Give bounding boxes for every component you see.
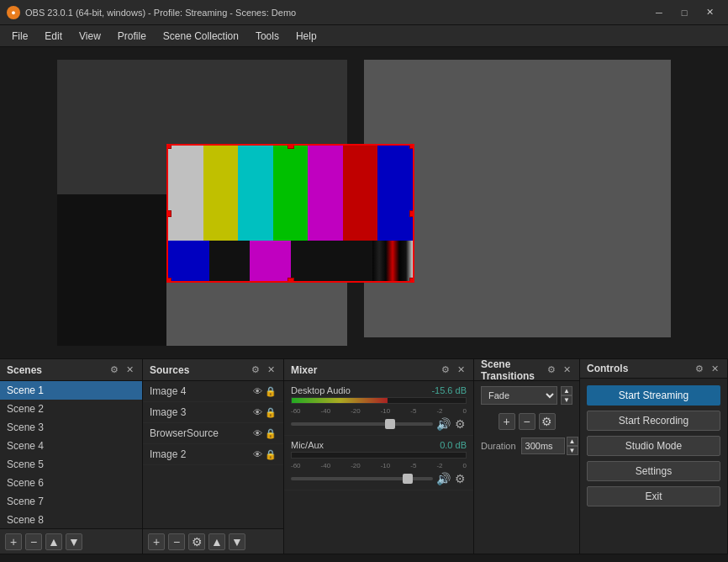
- sources-remove-button[interactable]: −: [168, 533, 185, 550]
- mixer-close-icon[interactable]: ✕: [455, 364, 467, 376]
- menu-help[interactable]: Help: [288, 28, 325, 45]
- controls-close-icon[interactable]: ✕: [709, 363, 720, 374]
- mixer-fader-desktop[interactable]: [291, 422, 433, 426]
- source-item-3[interactable]: BrowserSource 👁 🔒: [143, 423, 283, 444]
- transition-settings-button[interactable]: ⚙: [539, 413, 556, 430]
- resize-handle-tr[interactable]: [409, 144, 414, 149]
- source-item-icons: 👁 🔒: [253, 386, 277, 397]
- source-visibility-icon[interactable]: 👁: [253, 386, 262, 397]
- resize-handle-ml[interactable]: [166, 210, 171, 217]
- scenes-config-icon[interactable]: ⚙: [108, 364, 120, 376]
- sources-panel-icons: ⚙ ✕: [250, 364, 277, 376]
- scenes-add-button[interactable]: +: [5, 533, 22, 550]
- transitions-config-icon[interactable]: ⚙: [546, 364, 557, 376]
- mixer-mute-mic[interactable]: 🔊: [436, 472, 450, 485]
- source-visibility-icon[interactable]: 👁: [253, 407, 262, 418]
- transitions-panel: Scene Transitions ⚙ ✕ Fade Cut Swipe Sli…: [474, 359, 580, 554]
- source-name: Image 4: [150, 385, 186, 397]
- transition-down-arrow[interactable]: ▼: [561, 395, 572, 405]
- scenes-close-icon[interactable]: ✕: [124, 364, 135, 376]
- scene-item-8[interactable]: Scene 8: [0, 511, 142, 528]
- menu-edit[interactable]: Edit: [36, 28, 71, 45]
- controls-panel-icons: ⚙ ✕: [694, 363, 720, 374]
- sources-add-button[interactable]: +: [148, 533, 165, 550]
- resize-handle-br[interactable]: [409, 278, 414, 283]
- source-item-4[interactable]: Image 2 👁 🔒: [143, 444, 283, 465]
- mixer-fader-mic-thumb[interactable]: [403, 474, 413, 484]
- scenes-panel: Scenes ⚙ ✕ Scene 1Scene 2Scene 3Scene 4S…: [0, 359, 143, 554]
- scene-item-3[interactable]: Scene 3: [0, 418, 142, 437]
- cb-green: [273, 146, 309, 241]
- controls-config-icon[interactable]: ⚙: [694, 363, 705, 374]
- source-visibility-icon[interactable]: 👁: [253, 428, 262, 439]
- duration-down-arrow[interactable]: ▼: [567, 446, 578, 455]
- scene-item-1[interactable]: Scene 1: [0, 381, 142, 400]
- maximize-button[interactable]: □: [673, 4, 696, 21]
- scene-item-4[interactable]: Scene 4: [0, 437, 142, 455]
- scenes-footer: + − ▲ ▼: [0, 528, 142, 554]
- menu-scene-collection[interactable]: Scene Collection: [155, 28, 247, 45]
- sources-panel-header: Sources ⚙ ✕: [143, 359, 283, 381]
- scene-item-5[interactable]: Scene 5: [0, 455, 142, 474]
- studio-mode-button[interactable]: Studio Mode: [587, 436, 720, 456]
- scenes-panel-header: Scenes ⚙ ✕: [0, 359, 142, 381]
- sources-config-icon[interactable]: ⚙: [250, 364, 261, 376]
- mixer-config-icon[interactable]: ⚙: [440, 364, 451, 376]
- transition-remove-button[interactable]: −: [519, 413, 535, 430]
- source-lock-icon[interactable]: 🔒: [265, 386, 277, 397]
- close-button[interactable]: ✕: [698, 4, 721, 21]
- source-lock-icon[interactable]: 🔒: [265, 407, 277, 418]
- source-item-1[interactable]: Image 4 👁 🔒: [143, 381, 283, 402]
- color-bars-source[interactable]: [166, 144, 414, 283]
- mixer-settings-mic[interactable]: ⚙: [453, 472, 467, 485]
- sources-footer: + − ⚙ ▲ ▼: [143, 528, 283, 554]
- mixer-settings-desktop[interactable]: ⚙: [453, 417, 467, 431]
- source-lock-icon[interactable]: 🔒: [265, 428, 277, 439]
- mixer-fader-mic[interactable]: [291, 477, 433, 480]
- duration-input[interactable]: [521, 437, 565, 454]
- resize-handle-bc[interactable]: [288, 278, 294, 283]
- cb-b-black3: [331, 241, 372, 281]
- mixer-meter-mic: [291, 452, 467, 459]
- sources-settings-button[interactable]: ⚙: [188, 533, 205, 550]
- source-visibility-icon[interactable]: 👁: [253, 449, 262, 460]
- transition-type-select[interactable]: Fade Cut Swipe Slide: [481, 386, 557, 405]
- menu-file[interactable]: File: [3, 28, 36, 45]
- exit-button[interactable]: Exit: [587, 486, 720, 506]
- scenes-remove-button[interactable]: −: [25, 533, 42, 550]
- duration-up-arrow[interactable]: ▲: [567, 437, 578, 446]
- cb-gray: [168, 146, 203, 241]
- scene-item-6[interactable]: Scene 6: [0, 474, 142, 492]
- sources-close-icon[interactable]: ✕: [265, 364, 277, 376]
- menu-profile[interactable]: Profile: [109, 28, 155, 45]
- source-lock-icon[interactable]: 🔒: [265, 449, 277, 460]
- sources-down-button[interactable]: ▼: [229, 533, 245, 550]
- scene-canvas[interactable]: [57, 60, 671, 346]
- sources-panel: Sources ⚙ ✕ Image 4 👁 🔒 Image 3 👁 🔒 Brow…: [143, 359, 284, 554]
- scenes-panel-title: Scenes: [7, 364, 42, 376]
- mixer-panel-header: Mixer ⚙ ✕: [284, 359, 473, 381]
- menu-view[interactable]: View: [71, 28, 109, 45]
- start-recording-button[interactable]: Start Recording: [587, 411, 720, 431]
- sources-up-button[interactable]: ▲: [208, 533, 225, 550]
- transition-up-arrow[interactable]: ▲: [561, 386, 572, 395]
- scene-item-7[interactable]: Scene 7: [0, 492, 142, 511]
- transitions-close-icon[interactable]: ✕: [561, 364, 572, 376]
- controls-buttons: Start Streaming Start Recording Studio M…: [580, 379, 727, 554]
- resize-handle-bl[interactable]: [166, 278, 171, 283]
- transition-add-button[interactable]: +: [499, 413, 515, 430]
- scene-item-2[interactable]: Scene 2: [0, 400, 142, 418]
- minimize-button[interactable]: ─: [647, 4, 671, 21]
- menu-tools[interactable]: Tools: [247, 28, 288, 45]
- source-item-2[interactable]: Image 3 👁 🔒: [143, 402, 283, 423]
- resize-handle-tc[interactable]: [288, 144, 294, 149]
- mixer-fader-desktop-thumb[interactable]: [385, 419, 395, 429]
- mixer-mute-desktop[interactable]: 🔊: [436, 417, 450, 431]
- start-streaming-button[interactable]: Start Streaming: [587, 385, 720, 406]
- scenes-down-button[interactable]: ▼: [66, 533, 82, 550]
- cb-b-black1: [209, 241, 251, 281]
- resize-handle-mr[interactable]: [409, 210, 414, 217]
- settings-button[interactable]: Settings: [587, 461, 720, 481]
- resize-handle-tl[interactable]: [166, 144, 171, 149]
- scenes-up-button[interactable]: ▲: [45, 533, 62, 550]
